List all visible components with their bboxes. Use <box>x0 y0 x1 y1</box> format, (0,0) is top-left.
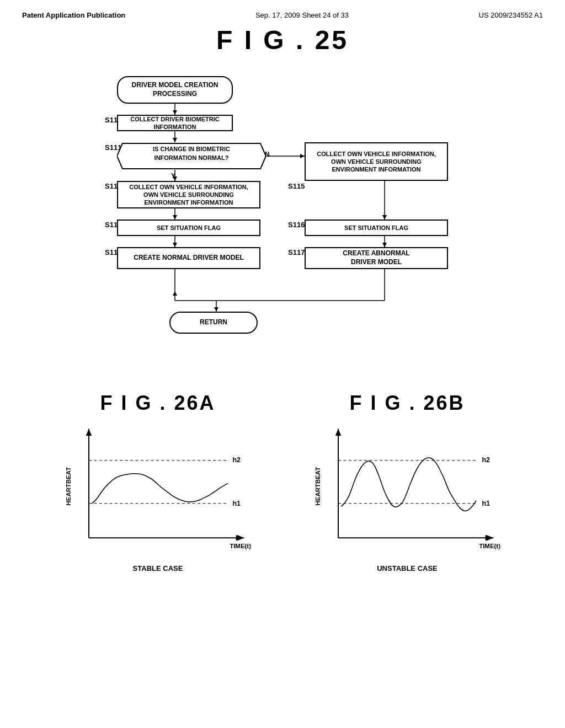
s111-diamond: IS CHANGE IN BIOMETRIC INFORMATION NORMA… <box>117 142 266 170</box>
svg-marker-1 <box>173 110 177 115</box>
s113-box: SET SITUATION FLAG <box>117 220 260 236</box>
s116-label: S116 <box>288 221 305 229</box>
fig26a-graph: HEARTBEAT h2 h1 TIME(t) STABLE CASE <box>58 423 257 561</box>
start-box: DRIVER MODEL CREATION PROCESSING <box>117 76 233 104</box>
fig26b-svg: HEARTBEAT h2 h1 TIME(t) <box>308 423 507 561</box>
bottom-figures: F I G . 26A HEARTBEAT h2 h1 <box>22 392 543 561</box>
svg-marker-22 <box>214 307 218 312</box>
svg-text:IS CHANGE IN BIOMETRIC: IS CHANGE IN BIOMETRIC <box>153 146 230 152</box>
svg-text:TIME(t): TIME(t) <box>479 543 500 549</box>
header-patent-number: US 2009/234552 A1 <box>479 11 543 19</box>
svg-marker-20 <box>173 291 177 296</box>
svg-marker-28 <box>86 429 92 436</box>
s115-label: S115 <box>288 182 305 190</box>
svg-marker-15 <box>382 243 387 247</box>
s111-n-label: N <box>265 151 270 158</box>
fig26a-panel: F I G . 26A HEARTBEAT h2 h1 <box>42 392 274 561</box>
svg-marker-13 <box>382 215 387 220</box>
s115-box: COLLECT OWN VEHICLE INFORMATION, OWN VEH… <box>305 142 448 181</box>
svg-marker-9 <box>173 215 177 220</box>
fig26a-svg: HEARTBEAT h2 h1 TIME(t) <box>58 423 257 561</box>
fig26b-case-label: UNSTABLE CASE <box>308 564 507 572</box>
fig26b-graph: HEARTBEAT h2 h1 TIME(t) UNSTABLE CASE <box>308 423 507 561</box>
header-publication: Patent Application Publication <box>22 11 125 19</box>
s117-label: S117 <box>288 248 305 256</box>
s116-box: SET SITUATION FLAG <box>305 220 448 236</box>
flowchart-fig25: DRIVER MODEL CREATION PROCESSING S110 CO… <box>67 66 498 375</box>
svg-text:h2: h2 <box>482 456 490 464</box>
s112-box: COLLECT OWN VEHICLE INFORMATION, OWN VEH… <box>117 181 260 208</box>
fig26a-case-label: STABLE CASE <box>58 564 257 572</box>
s111-y-label: Y <box>171 172 175 180</box>
svg-text:INFORMATION NORMAL?: INFORMATION NORMAL? <box>154 154 229 161</box>
svg-marker-47 <box>486 535 493 540</box>
header: Patent Application Publication Sep. 17, … <box>22 11 543 19</box>
svg-marker-3 <box>173 138 177 142</box>
fig25-title: F I G . 25 <box>22 25 543 55</box>
svg-marker-11 <box>173 243 177 247</box>
svg-text:HEARTBEAT: HEARTBEAT <box>65 467 72 506</box>
svg-text:h1: h1 <box>232 500 241 507</box>
s117-box: CREATE ABNORMAL DRIVER MODEL <box>305 247 448 269</box>
fig26b-title: F I G . 26B <box>291 392 523 415</box>
svg-text:TIME(t): TIME(t) <box>230 543 251 549</box>
fig26a-title: F I G . 26A <box>42 392 274 415</box>
svg-marker-7 <box>300 154 305 158</box>
fig26b-panel: F I G . 26B HEARTBEAT h2 h1 <box>291 392 523 561</box>
svg-text:h1: h1 <box>482 500 490 507</box>
s110-box: COLLECT DRIVER BIOMETRIC INFORMATION <box>117 115 233 131</box>
svg-marker-39 <box>335 429 341 436</box>
svg-marker-36 <box>236 535 243 540</box>
return-box: RETURN <box>169 312 258 334</box>
header-date-sheet: Sep. 17, 2009 Sheet 24 of 33 <box>255 11 349 19</box>
svg-text:h2: h2 <box>232 456 241 464</box>
s114-box: CREATE NORMAL DRIVER MODEL <box>117 247 260 269</box>
page: Patent Application Publication Sep. 17, … <box>0 0 565 728</box>
svg-text:HEARTBEAT: HEARTBEAT <box>315 467 321 506</box>
